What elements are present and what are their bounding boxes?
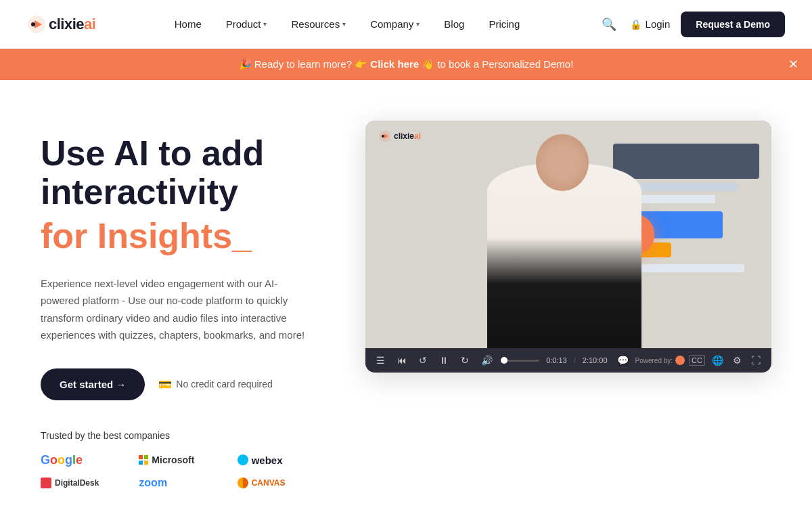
- main-content: Use AI to add interactivity for Insights…: [0, 80, 812, 508]
- hero-description: Experience next-level video engagement w…: [41, 275, 311, 344]
- banner-text: 🎉 Ready to learn more? 👉 Click here 👋 to…: [239, 58, 574, 70]
- video-section: clixieai Play demo ☰ ⏮ ↺ ⏸ ↻: [365, 121, 771, 373]
- cc-icon[interactable]: CC: [689, 355, 705, 366]
- logo-canvas: CANVAS: [238, 478, 325, 488]
- promo-banner: 🎉 Ready to learn more? 👉 Click here 👋 to…: [0, 49, 812, 80]
- card-icon: 💳: [158, 378, 172, 391]
- nav-right: 🔍 🔒 Login Request a Demo: [599, 12, 785, 37]
- powered-by-label: Powered by:: [635, 356, 685, 365]
- banner-close-button[interactable]: ✕: [788, 58, 798, 70]
- chapters-icon[interactable]: ☰: [374, 354, 388, 367]
- video-player: clixieai Play demo ☰ ⏮ ↺ ⏸ ↻: [365, 121, 771, 373]
- video-logo: clixieai: [379, 130, 421, 142]
- logo-microsoft: Microsoft: [139, 454, 226, 465]
- hero-heading: Use AI to add interactivity: [41, 134, 325, 211]
- total-time: 2:10:00: [583, 356, 608, 364]
- navbar: clixieai Home Product ▾ Resources ▾ Comp…: [0, 0, 812, 49]
- svg-point-2: [31, 22, 35, 26]
- digitaldesk-icon: [41, 478, 51, 488]
- logo-text: clixieai: [49, 16, 95, 33]
- skip-back-icon[interactable]: ⏮: [394, 354, 409, 367]
- volume-icon[interactable]: 🔊: [478, 354, 495, 367]
- logo-zoom: zoom: [139, 477, 226, 489]
- trusted-logos: Google Microsoft webex DigitalDe: [41, 453, 325, 489]
- webex-icon: [238, 454, 248, 465]
- progress-fill: [502, 360, 504, 362]
- progress-dot: [501, 357, 508, 364]
- resources-chevron-icon: ▾: [342, 20, 346, 28]
- search-icon[interactable]: 🔍: [599, 14, 619, 35]
- video-scene: clixieai Play demo: [365, 121, 771, 348]
- video-controls-bar: ☰ ⏮ ↺ ⏸ ↻ 🔊 0:0:13 / 2:10:00 💬 Powered: [365, 348, 771, 373]
- trusted-section: Trusted by the best companies Google Mic…: [41, 430, 325, 489]
- nav-links: Home Product ▾ Resources ▾ Company ▾ Blo…: [165, 13, 530, 35]
- logo[interactable]: clixieai: [27, 15, 95, 34]
- settings-icon[interactable]: ⚙: [730, 354, 744, 367]
- logo-webex: webex: [238, 454, 325, 466]
- video-right-controls: 💬 Powered by: CC 🌐 ⚙ ⛶: [614, 354, 763, 367]
- nav-product[interactable]: Product ▾: [217, 13, 277, 35]
- powered-orange-dot: [675, 356, 685, 365]
- hero-subheading: for Insights_: [41, 217, 325, 255]
- nav-company[interactable]: Company ▾: [361, 13, 429, 35]
- transcript-icon[interactable]: 💬: [614, 354, 631, 367]
- logo-google: Google: [41, 453, 128, 467]
- current-time: 0:0:13: [546, 356, 567, 364]
- no-credit-card-label: 💳 No credit card required: [158, 378, 272, 391]
- video-logo-icon: [379, 130, 391, 142]
- nav-pricing[interactable]: Pricing: [479, 13, 529, 35]
- google-icon: Google: [41, 453, 83, 467]
- request-demo-button[interactable]: Request a Demo: [681, 12, 785, 37]
- get-started-button[interactable]: Get started →: [41, 368, 145, 400]
- lock-icon: 🔒: [630, 19, 641, 30]
- video-person-head: [536, 134, 589, 191]
- zoom-icon: zoom: [139, 477, 167, 489]
- logo-digitaldesk: DigitalDesk: [41, 478, 128, 488]
- language-icon[interactable]: 🌐: [709, 354, 726, 367]
- banner-link[interactable]: Click here: [370, 58, 419, 70]
- product-chevron-icon: ▾: [263, 20, 267, 28]
- logo-icon: [27, 15, 46, 34]
- svg-point-5: [382, 135, 384, 137]
- refresh-icon[interactable]: ↻: [458, 354, 472, 367]
- rewind-icon[interactable]: ↺: [416, 354, 430, 367]
- hero-actions: Get started → 💳 No credit card required: [41, 368, 325, 400]
- nav-blog[interactable]: Blog: [434, 13, 474, 35]
- nav-home[interactable]: Home: [165, 13, 211, 35]
- nav-resources[interactable]: Resources ▾: [281, 13, 355, 35]
- login-button[interactable]: 🔒 Login: [630, 18, 671, 30]
- video-person-body: [487, 164, 641, 348]
- microsoft-icon: [139, 455, 148, 465]
- progress-bar[interactable]: [502, 360, 539, 362]
- mockup-dark-bar: [613, 144, 759, 179]
- hero-section: Use AI to add interactivity for Insights…: [41, 121, 325, 489]
- company-chevron-icon: ▾: [416, 20, 420, 28]
- trusted-label: Trusted by the best companies: [41, 430, 325, 441]
- canvas-icon: [238, 478, 248, 488]
- fullscreen-icon[interactable]: ⛶: [748, 354, 763, 367]
- video-viewport: clixieai Play demo: [365, 121, 771, 348]
- pause-icon[interactable]: ⏸: [436, 354, 451, 367]
